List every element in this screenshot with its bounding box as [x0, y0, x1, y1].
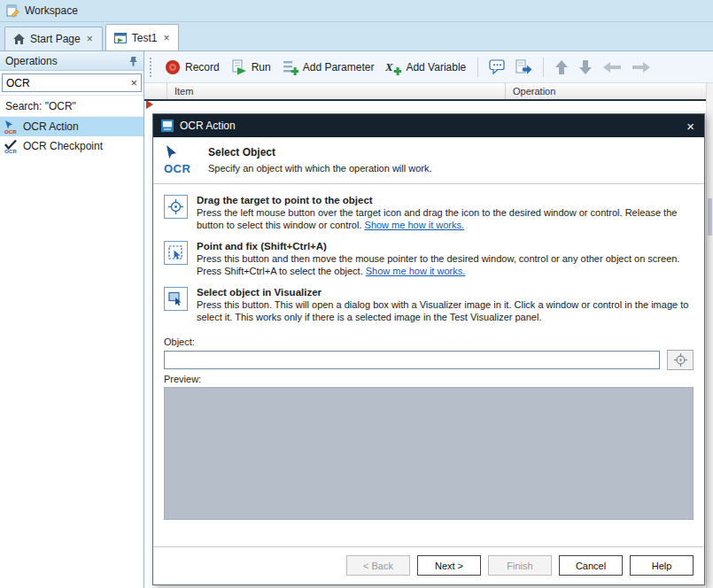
drag-target-button[interactable] [164, 195, 188, 219]
toolbar-separator [477, 58, 478, 77]
arrow-right-icon [632, 61, 651, 74]
back-button[interactable]: < Back [346, 555, 410, 576]
section-text-body: Press this button. This will open a dial… [197, 299, 688, 322]
home-icon [13, 34, 25, 44]
finish-button[interactable]: Finish [488, 555, 552, 576]
dialog-intro: OCR Select Object Specify an object with… [153, 137, 704, 184]
search-input[interactable] [6, 77, 130, 89]
move-down-button[interactable] [576, 57, 595, 78]
operations-panel-header: Operations [0, 51, 143, 71]
run-label: Run [252, 61, 271, 74]
svg-text:OCR: OCR [4, 128, 17, 135]
preview-area [164, 387, 694, 520]
dialog-footer: < Back Next > Finish Cancel Help [153, 546, 704, 584]
svg-text:X: X [385, 60, 393, 74]
pin-icon[interactable] [128, 56, 138, 66]
section-text: Press the left mouse button over the tar… [197, 207, 694, 231]
record-button[interactable]: Record [161, 57, 223, 78]
object-input[interactable] [164, 351, 660, 369]
add-comment-button[interactable] [486, 57, 508, 77]
column-header-item[interactable]: Item [167, 83, 506, 99]
tab-start-page[interactable]: Start Page × [4, 27, 103, 50]
ocr-logo-text: OCR [164, 162, 198, 175]
dialog-body: Drag the target to point to the object P… [153, 184, 704, 546]
comment-icon [489, 59, 506, 74]
export-to-code-button[interactable] [513, 57, 535, 77]
indent-right-button[interactable] [629, 58, 654, 76]
section-text: Press this button. This will open a dial… [197, 299, 694, 323]
dialog-titlebar[interactable]: OCR Action × [153, 114, 704, 137]
ocr-checkpoint-icon: OCR [4, 139, 18, 153]
run-button[interactable]: Run [228, 57, 275, 78]
dialog-icon [161, 120, 174, 132]
dialog-heading: Select Object [208, 146, 432, 159]
preview-label: Preview: [164, 374, 694, 384]
test-grid-header: Item Operation [144, 83, 713, 101]
select-in-visualizer-button[interactable] [164, 287, 188, 311]
scrollbar-thumb[interactable] [708, 198, 712, 236]
window-title: Workspace [25, 4, 78, 17]
search-results-caption: Search: "OCR" [0, 96, 143, 117]
window-titlebar: Workspace [0, 0, 713, 22]
operations-panel-title: Operations [5, 55, 58, 67]
run-icon [231, 59, 247, 75]
show-me-how-link[interactable]: Show me how it works. [366, 266, 465, 276]
dialog-subheading: Specify an object with which the operati… [208, 163, 432, 174]
column-header-operation[interactable]: Operation [506, 83, 713, 99]
section-title: Point and fix (Shift+Ctrl+A) [197, 241, 694, 251]
document-arrow-icon [515, 59, 532, 74]
arrow-up-icon [554, 59, 569, 75]
move-up-button[interactable] [552, 57, 571, 78]
ocr-logo: OCR [164, 144, 198, 175]
tab-close-icon[interactable]: × [86, 33, 94, 45]
ocr-action-dialog: OCR Action × OCR Select Object Specify a… [152, 113, 705, 585]
section-text: Press this button and then move the mous… [197, 253, 694, 277]
list-item-ocr-checkpoint[interactable]: OCR OCR Checkpoint [0, 136, 143, 156]
grid-gutter [144, 83, 167, 99]
close-icon[interactable]: × [685, 119, 696, 134]
tab-close-icon[interactable]: × [162, 32, 170, 44]
section-point-and-fix: Point and fix (Shift+Ctrl+A) Press this … [164, 241, 694, 277]
document-tab-bar: Start Page × Test1 × [0, 22, 713, 51]
svg-text:OCR: OCR [4, 148, 17, 154]
current-row-marker-icon [146, 100, 153, 109]
list-item-ocr-action[interactable]: OCR OCR Action [0, 117, 143, 136]
record-icon [165, 59, 181, 75]
point-and-fix-button[interactable] [164, 241, 188, 265]
clear-search-icon[interactable]: × [130, 76, 137, 89]
show-me-how-link[interactable]: Show me how it works. [365, 220, 464, 230]
add-parameter-button[interactable]: Add Parameter [279, 57, 378, 78]
operations-list: OCR OCR Action OCR OCR Checkpoint [0, 117, 143, 588]
operations-panel: Operations × Search: "OCR" OCR OCR Actio… [0, 51, 144, 588]
list-item-label: OCR Checkpoint [23, 140, 103, 152]
test-icon [114, 33, 127, 43]
toolbar-grip[interactable] [150, 58, 154, 77]
add-variable-label: Add Variable [406, 61, 466, 74]
toolbar-separator [543, 58, 544, 77]
operations-search-row: × [0, 71, 143, 96]
arrow-left-icon [602, 61, 622, 74]
tab-test1[interactable]: Test1 × [105, 24, 180, 50]
section-title: Select object in Visualizer [197, 287, 694, 298]
object-field-label: Object: [164, 337, 694, 347]
section-select-in-visualizer: Select object in Visualizer Press this b… [164, 287, 694, 323]
next-button[interactable]: Next > [417, 555, 481, 576]
indent-left-button[interactable] [600, 58, 624, 76]
add-variable-icon: X [385, 59, 401, 75]
section-drag-target: Drag the target to point to the object P… [164, 195, 694, 231]
add-parameter-icon [283, 59, 298, 75]
object-picker-button[interactable] [667, 350, 694, 370]
vertical-scrollbar[interactable] [706, 83, 713, 588]
section-title: Drag the target to point to the object [197, 195, 694, 205]
object-field-row [164, 350, 694, 370]
ocr-action-icon: OCR [4, 120, 18, 134]
record-label: Record [185, 61, 220, 74]
test-toolbar: Record Run Add Parameter X Add Variable [144, 51, 713, 83]
dialog-title: OCR Action [180, 120, 678, 132]
help-button[interactable]: Help [630, 555, 694, 576]
add-parameter-label: Add Parameter [303, 61, 375, 74]
cancel-button[interactable]: Cancel [559, 555, 623, 576]
add-variable-button[interactable]: X Add Variable [382, 57, 469, 78]
operations-search-box: × [2, 74, 142, 92]
list-item-label: OCR Action [23, 120, 79, 133]
